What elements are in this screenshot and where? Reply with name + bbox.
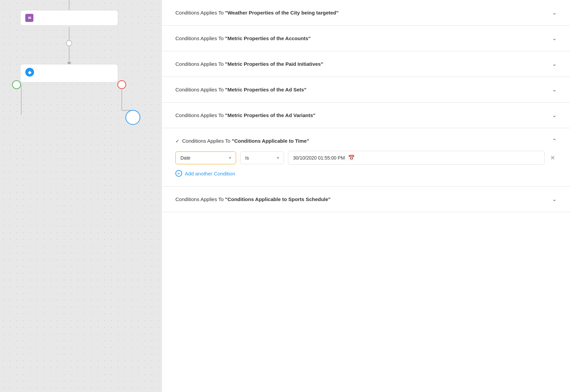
checkmark-time: ✓ bbox=[175, 138, 179, 144]
condition-header-metric-accounts[interactable]: Conditions Applies To "Metric Properties… bbox=[175, 35, 557, 41]
field-dropdown-arrow: ▾ bbox=[229, 156, 231, 160]
condition-section-weather: Conditions Applies To "Weather Propertie… bbox=[162, 0, 570, 26]
condition-section-metric-paid: Conditions Applies To "Metric Properties… bbox=[162, 51, 570, 77]
condition-title-metric-advariants: Conditions Applies To "Metric Properties… bbox=[175, 112, 315, 118]
condition-title-metric-accounts: Conditions Applies To "Metric Properties… bbox=[175, 35, 311, 41]
condition-section-sports: Conditions Applies To "Conditions Applic… bbox=[162, 187, 570, 212]
paid-initiative-node: ✉ bbox=[20, 10, 118, 26]
chevron-icon-sports: ⌄ bbox=[552, 196, 557, 202]
condition-expanded-time: Date ▾ Is ▾ 30/10/2020 01:55:00 PM 📅 ✕ + bbox=[175, 151, 557, 177]
condition-section-metric-adsets: Conditions Applies To "Metric Properties… bbox=[162, 77, 570, 103]
field-select-0[interactable]: Date ▾ bbox=[175, 151, 236, 164]
chevron-icon-metric-advariants: ⌄ bbox=[552, 112, 557, 118]
condition-section-metric-accounts: Conditions Applies To "Metric Properties… bbox=[162, 26, 570, 51]
no-connector bbox=[117, 80, 126, 89]
condition-header-time[interactable]: ✓ Conditions Applies To "Conditions Appl… bbox=[175, 138, 557, 144]
condition-title-metric-adsets: Conditions Applies To "Metric Properties… bbox=[175, 87, 307, 92]
flow-diagram-panel: ✉ ◆ bbox=[0, 0, 162, 392]
condition-node: ◆ bbox=[20, 64, 118, 82]
operator-dropdown-arrow: ▾ bbox=[277, 156, 279, 160]
chevron-icon-metric-paid: ⌄ bbox=[552, 61, 557, 67]
condition-title-time: Conditions Applies To "Conditions Applic… bbox=[182, 138, 309, 144]
conditions-panel: Conditions Applies To "Weather Propertie… bbox=[162, 0, 570, 392]
operator-select-label: Is bbox=[245, 155, 249, 161]
operator-select-0[interactable]: Is ▾ bbox=[240, 151, 284, 164]
condition-node-icon: ◆ bbox=[25, 68, 34, 77]
plus-circle-icon: + bbox=[175, 170, 182, 177]
add-condition-label: Add another Condition bbox=[185, 171, 235, 176]
condition-header-metric-paid[interactable]: Conditions Applies To "Metric Properties… bbox=[175, 61, 557, 67]
field-select-label: Date bbox=[180, 155, 191, 161]
condition-header-metric-adsets[interactable]: Conditions Applies To "Metric Properties… bbox=[175, 86, 557, 93]
condition-section-metric-advariants: Conditions Applies To "Metric Properties… bbox=[162, 103, 570, 128]
condition-title-sports: Conditions Applies To "Conditions Applic… bbox=[175, 196, 331, 202]
condition-header-metric-advariants[interactable]: Conditions Applies To "Metric Properties… bbox=[175, 112, 557, 118]
condition-section-time: ✓ Conditions Applies To "Conditions Appl… bbox=[162, 128, 570, 187]
flow-svg bbox=[0, 0, 162, 392]
condition-row-0: Date ▾ Is ▾ 30/10/2020 01:55:00 PM 📅 ✕ bbox=[175, 151, 557, 165]
chevron-icon-metric-accounts: ⌄ bbox=[552, 35, 557, 41]
condition-header-weather[interactable]: Conditions Applies To "Weather Propertie… bbox=[175, 9, 557, 16]
add-condition-button[interactable]: + Add another Condition bbox=[175, 170, 557, 177]
yes-connector bbox=[12, 80, 21, 89]
condition-header-sports[interactable]: Conditions Applies To "Conditions Applic… bbox=[175, 196, 557, 202]
add-node-button[interactable] bbox=[125, 110, 140, 125]
calendar-icon[interactable]: 📅 bbox=[348, 155, 355, 161]
condition-title-metric-paid: Conditions Applies To "Metric Properties… bbox=[175, 61, 323, 67]
chevron-icon-time: ⌃ bbox=[552, 138, 557, 144]
chevron-icon-weather: ⌄ bbox=[552, 9, 557, 16]
date-value-text: 30/10/2020 01:55:00 PM bbox=[293, 155, 345, 161]
chevron-icon-metric-adsets: ⌄ bbox=[552, 86, 557, 93]
remove-condition-btn-0[interactable]: ✕ bbox=[549, 153, 557, 163]
node-icon: ✉ bbox=[25, 14, 33, 22]
svg-point-2 bbox=[66, 40, 72, 46]
condition-title-weather: Conditions Applies To "Weather Propertie… bbox=[175, 10, 339, 16]
date-value-box-0: 30/10/2020 01:55:00 PM 📅 bbox=[288, 151, 545, 165]
